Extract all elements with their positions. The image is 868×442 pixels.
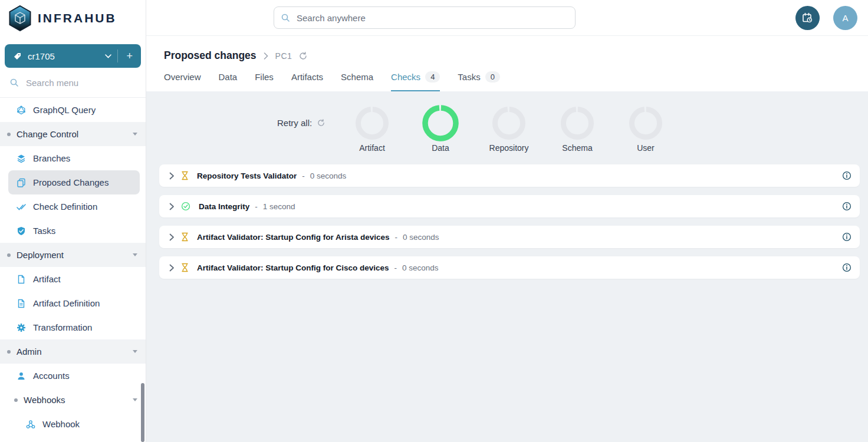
validator-duration: 1 second — [263, 202, 295, 211]
add-branch-button[interactable]: + — [124, 50, 135, 62]
progress-ring-idle-icon[interactable] — [356, 105, 389, 141]
tab-overview[interactable]: Overview — [164, 71, 201, 91]
progress-ring-idle-icon[interactable] — [629, 105, 662, 141]
ring-schema: Schema — [559, 105, 596, 153]
page-header: Proposed changes PC1 Overview Data Files… — [146, 36, 868, 91]
collapse-triangle-icon[interactable] — [133, 398, 137, 401]
bullet-icon — [7, 133, 11, 136]
sidebar-item-transformation[interactable]: Transformation — [0, 315, 146, 339]
progress-ring-success-icon[interactable] — [422, 105, 459, 141]
sidebar-item-graphql-query[interactable]: GraphQL Query — [0, 98, 146, 122]
sidebar-item-tasks[interactable]: Tasks — [0, 219, 146, 243]
ring-label: Artifact — [359, 143, 385, 153]
info-icon[interactable] — [842, 232, 851, 242]
sidebar-section-webhooks[interactable]: Webhooks — [0, 388, 146, 412]
section-label: Deployment — [17, 250, 64, 260]
checks-panel: Retry all: Artifact Data — [146, 91, 868, 442]
sidebar-scrollbar[interactable] — [141, 383, 144, 442]
validator-duration: 0 seconds — [402, 263, 439, 272]
hourglass-pending-icon — [181, 171, 189, 180]
tab-bar: Overview Data Files Artifacts Schema Che… — [146, 71, 868, 91]
section-label: Webhooks — [24, 395, 65, 405]
sidebar-item-label: Branches — [33, 153, 70, 163]
retry-section: Retry all: Artifact Data — [146, 105, 868, 153]
divider — [117, 50, 118, 62]
sidebar-item-artifact[interactable]: Artifact — [0, 267, 146, 291]
retry-refresh-icon[interactable] — [317, 119, 325, 127]
expand-chevron-icon[interactable] — [169, 172, 175, 180]
expand-chevron-icon[interactable] — [169, 203, 175, 210]
validator-row-data-integrity[interactable]: Data Integrity - 1 second — [159, 195, 860, 217]
chevron-down-icon[interactable] — [105, 54, 111, 58]
app-logo[interactable]: INFRAHUB — [0, 0, 146, 37]
sidebar-item-proposed-changes[interactable]: Proposed Changes — [8, 170, 140, 194]
ring-user: User — [627, 105, 664, 153]
validator-list: Repository Tests Validator - 0 seconds D… — [159, 164, 860, 279]
page-title[interactable]: Proposed changes — [164, 50, 257, 62]
progress-ring-idle-icon[interactable] — [492, 105, 525, 141]
tab-checks[interactable]: Checks 4 — [391, 71, 440, 91]
info-icon[interactable] — [842, 263, 851, 272]
retry-all-label: Retry all: — [277, 118, 312, 128]
sidebar-item-label: Artifact Definition — [33, 298, 100, 308]
check-circle-success-icon — [181, 202, 190, 211]
validator-title: Artifact Validator: Startup Config for C… — [197, 263, 389, 272]
sidebar-search[interactable] — [0, 68, 146, 98]
sidebar-item-label: Transformation — [33, 322, 92, 332]
ring-artifact: Artifact — [354, 105, 390, 153]
file-lines-icon — [17, 299, 26, 308]
webhook-icon — [26, 420, 35, 429]
branch-selector[interactable]: cr1705 + — [5, 44, 141, 68]
refresh-icon[interactable] — [299, 52, 307, 60]
branch-name: cr1705 — [28, 51, 105, 61]
branches-layers-icon — [17, 154, 26, 163]
validator-row-artifact-arista[interactable]: Artifact Validator: Startup Config for A… — [159, 226, 860, 248]
tab-files[interactable]: Files — [255, 71, 274, 91]
collapse-triangle-icon[interactable] — [133, 133, 137, 136]
info-icon[interactable] — [842, 202, 851, 211]
tab-data[interactable]: Data — [219, 71, 238, 91]
sidebar-section-deployment[interactable]: Deployment — [0, 243, 146, 267]
collapse-triangle-icon[interactable] — [133, 253, 137, 256]
menu-search-input[interactable] — [26, 78, 136, 88]
sidebar-item-artifact-definition[interactable]: Artifact Definition — [0, 291, 146, 315]
tab-tasks[interactable]: Tasks 0 — [458, 71, 500, 91]
ring-label: Repository — [489, 143, 529, 153]
progress-ring-idle-icon[interactable] — [561, 105, 594, 141]
sidebar-item-label: Check Definition — [33, 202, 97, 212]
validator-row-repository-tests[interactable]: Repository Tests Validator - 0 seconds — [159, 164, 860, 187]
sidebar-item-branches[interactable]: Branches — [0, 146, 146, 170]
tab-label: Artifacts — [291, 72, 323, 82]
separator: - — [255, 202, 258, 211]
sidebar-item-accounts[interactable]: Accounts — [0, 364, 146, 388]
avatar-initial: A — [842, 13, 848, 23]
person-icon — [17, 371, 26, 381]
sidebar-item-label: Accounts — [33, 371, 70, 381]
branch-tag-icon — [13, 52, 22, 61]
tab-label: Checks — [391, 72, 420, 82]
info-icon[interactable] — [842, 171, 851, 180]
tab-label: Overview — [164, 72, 201, 82]
gear-icon — [17, 323, 26, 332]
validator-row-artifact-cisco[interactable]: Artifact Validator: Startup Config for C… — [159, 256, 860, 279]
file-icon — [17, 275, 26, 284]
ring-repository: Repository — [491, 105, 527, 153]
sidebar-item-webhook[interactable]: Webhook — [0, 412, 146, 436]
time-travel-button[interactable] — [795, 6, 820, 30]
validator-title: Artifact Validator: Startup Config for A… — [197, 233, 390, 242]
ring-label: Schema — [562, 143, 592, 153]
expand-chevron-icon[interactable] — [169, 264, 175, 272]
topbar: A — [146, 0, 868, 36]
global-search[interactable] — [274, 6, 576, 29]
sidebar-item-check-definition[interactable]: Check Definition — [0, 194, 146, 219]
tab-artifacts[interactable]: Artifacts — [291, 71, 323, 91]
global-search-input[interactable] — [274, 6, 576, 29]
bullet-icon — [14, 398, 18, 402]
avatar[interactable]: A — [833, 6, 857, 30]
sidebar-section-admin[interactable]: Admin — [0, 339, 146, 364]
expand-chevron-icon[interactable] — [169, 233, 175, 241]
search-icon — [281, 13, 290, 25]
tab-schema[interactable]: Schema — [341, 71, 373, 91]
collapse-triangle-icon[interactable] — [133, 350, 137, 353]
sidebar-section-change-control[interactable]: Change Control — [0, 122, 146, 146]
